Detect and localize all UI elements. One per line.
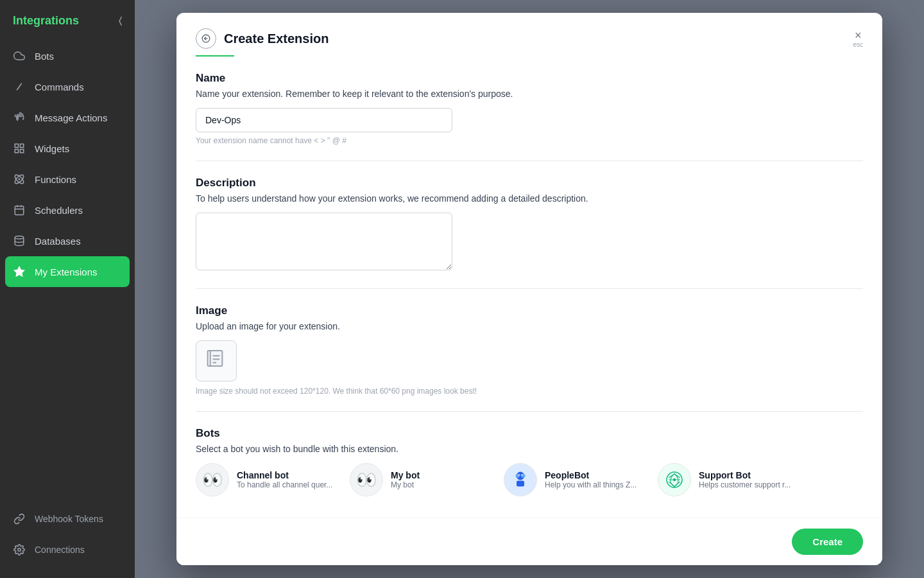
bot-name-mybot: My bot	[391, 470, 420, 480]
sidebar-item-bots[interactable]: Bots	[0, 40, 135, 71]
modal-back-button[interactable]	[196, 28, 216, 49]
sidebar-title-text: Integrations	[13, 14, 79, 28]
bot-desc-peoplebot: Help you with all things Z...	[545, 480, 637, 489]
modal-body: Name Name your extension. Remember to ke…	[176, 57, 882, 565]
sidebar-bottom: Webhook Tokens Connections	[0, 504, 135, 578]
svg-rect-3	[21, 150, 24, 153]
bot-card-peoplebot[interactable]: PeopleBot Help you with all things Z...	[504, 463, 645, 496]
extension-description-input[interactable]	[196, 213, 452, 270]
sidebar-item-widgets-label: Widgets	[35, 143, 69, 154]
sidebar-title: Integrations 〈	[0, 0, 135, 40]
sidebar-item-widgets[interactable]: Widgets	[0, 133, 135, 164]
svg-point-30	[673, 478, 676, 482]
sidebar-item-my-extensions-label: My Extensions	[35, 267, 98, 277]
sidebar-item-commands-label: Commands	[35, 82, 84, 92]
bot-avatar-mybot: 👀	[350, 463, 383, 496]
name-section-desc: Name your extension. Remember to keep it…	[196, 89, 863, 99]
bot-name-peoplebot: PeopleBot	[545, 470, 637, 480]
sidebar-item-message-actions-label: Message Actions	[35, 112, 107, 123]
image-section-desc: Upload an image for your extension.	[196, 321, 863, 331]
bot-desc-channel: To handle all channel quer...	[237, 480, 332, 489]
bot-avatar-channel: 👀	[196, 463, 229, 496]
image-section-title: Image	[196, 304, 863, 317]
create-extension-modal: Create Extension × esc Name Name your ex…	[176, 13, 882, 565]
sidebar-item-databases-label: Databases	[35, 236, 81, 247]
bot-name-supportbot: Support Bot	[699, 470, 791, 480]
svg-rect-4	[15, 150, 18, 153]
svg-point-5	[19, 179, 20, 180]
bot-name-channel: Channel bot	[237, 470, 332, 480]
sidebar-item-webhook-label: Webhook Tokens	[35, 514, 103, 524]
name-section-title: Name	[196, 72, 863, 85]
image-section: Image Upload an image for your extension…	[196, 304, 863, 396]
sidebar-item-functions[interactable]: Functions	[0, 164, 135, 195]
name-section: Name Name your extension. Remember to ke…	[196, 72, 863, 145]
bot-card-mybot[interactable]: 👀 My bot My bot	[350, 463, 491, 496]
sidebar-item-functions-label: Functions	[35, 174, 76, 185]
bot-info-supportbot: Support Bot Helps customer support r...	[699, 470, 791, 489]
bot-info-channel: Channel bot To handle all channel quer..…	[237, 470, 332, 489]
extension-name-input[interactable]	[196, 108, 452, 132]
bot-info-mybot: My bot My bot	[391, 470, 420, 489]
description-section-desc: To help users understand how your extens…	[196, 193, 863, 204]
description-section: Description To help users understand how…	[196, 177, 863, 273]
modal-footer: Create	[176, 518, 882, 565]
sidebar-item-schedulers[interactable]: Schedulers	[0, 195, 135, 225]
image-hint: Image size should not exceed 120*120. We…	[196, 387, 863, 396]
name-description-separator	[196, 161, 863, 161]
svg-point-12	[18, 548, 21, 552]
sidebar-item-webhook-tokens[interactable]: Webhook Tokens	[0, 504, 135, 534]
modal-title: Create Extension	[224, 31, 329, 46]
atom-icon	[13, 173, 26, 186]
calendar-icon	[13, 204, 26, 216]
bot-desc-mybot: My bot	[391, 480, 420, 489]
svg-rect-16	[210, 351, 223, 366]
star-icon	[13, 265, 26, 278]
cloud-icon	[13, 49, 26, 62]
bot-avatar-supportbot	[658, 463, 691, 496]
sidebar-item-commands[interactable]: Commands	[0, 71, 135, 102]
description-section-title: Description	[196, 177, 863, 189]
modal-close-button[interactable]: × esc	[853, 30, 863, 48]
svg-point-27	[522, 475, 523, 476]
settings-icon	[13, 543, 26, 556]
svg-marker-11	[15, 267, 24, 276]
fingerprint-icon	[13, 111, 26, 124]
sidebar-item-connections[interactable]: Connections	[0, 534, 135, 565]
svg-rect-23	[517, 481, 524, 487]
create-button[interactable]: Create	[792, 529, 863, 555]
sidebar-collapse-btn[interactable]: 〈	[119, 15, 122, 26]
svg-line-0	[17, 83, 22, 91]
svg-rect-6	[15, 206, 24, 215]
sidebar: Integrations 〈 Bots Commands	[0, 0, 135, 578]
sidebar-item-connections-label: Connections	[35, 545, 85, 555]
sidebar-item-databases[interactable]: Databases	[0, 225, 135, 256]
grid-icon	[13, 142, 26, 155]
sidebar-item-bots-label: Bots	[35, 51, 54, 62]
description-image-separator	[196, 288, 863, 289]
bot-card-supportbot[interactable]: Support Bot Helps customer support r...	[658, 463, 799, 496]
bot-avatar-peoplebot	[504, 463, 537, 496]
bot-info-peoplebot: PeopleBot Help you with all things Z...	[545, 470, 637, 489]
sidebar-item-my-extensions[interactable]: My Extensions	[5, 256, 130, 287]
main-area: Create Extension × esc Name Name your ex…	[135, 0, 924, 578]
slash-icon	[13, 80, 26, 93]
svg-rect-2	[21, 144, 24, 147]
sidebar-item-message-actions[interactable]: Message Actions	[0, 102, 135, 133]
svg-point-26	[518, 475, 520, 476]
bot-card-channel[interactable]: 👀 Channel bot To handle all channel quer…	[196, 463, 337, 496]
image-bots-separator	[196, 411, 863, 412]
sidebar-nav: Bots Commands Message Act	[0, 40, 135, 504]
modal-header: Create Extension × esc	[176, 13, 882, 49]
image-upload-box[interactable]	[196, 340, 237, 381]
svg-rect-1	[15, 144, 18, 147]
bots-grid: 👀 Channel bot To handle all channel quer…	[196, 463, 863, 496]
svg-point-10	[15, 236, 24, 240]
bots-section-desc: Select a bot you wish to bundle with thi…	[196, 444, 863, 454]
database-icon	[13, 234, 26, 247]
esc-label: esc	[853, 41, 863, 48]
bots-section: Bots Select a bot you wish to bundle wit…	[196, 427, 863, 496]
close-icon: ×	[855, 30, 862, 41]
bot-desc-supportbot: Helps customer support r...	[699, 480, 791, 489]
name-input-hint: Your extension name cannot have < > " @ …	[196, 136, 863, 145]
